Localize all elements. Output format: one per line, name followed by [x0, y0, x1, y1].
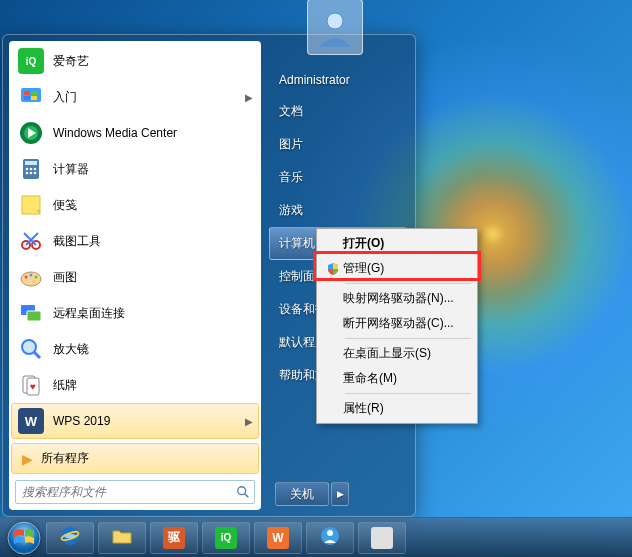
context-menu-separator [345, 338, 471, 339]
context-menu-item[interactable]: 在桌面上显示(S) [319, 341, 475, 366]
magnifier-icon [17, 335, 45, 363]
shield-icon [323, 261, 343, 277]
context-menu-label: 打开(O) [343, 235, 384, 252]
context-menu-label: 映射网络驱动器(N)... [343, 290, 454, 307]
wps-icon: W [267, 527, 289, 549]
svg-point-12 [26, 172, 29, 175]
start-right-item[interactable]: 图片 [269, 128, 407, 161]
program-label: Windows Media Center [53, 126, 177, 140]
svg-rect-1 [24, 91, 30, 95]
program-item-iqiyi[interactable]: iQ 爱奇艺 [11, 43, 259, 79]
taskbar-button-wps[interactable]: W [254, 522, 302, 554]
svg-rect-8 [25, 161, 37, 165]
remote-desktop-icon [17, 299, 45, 327]
sticky-notes-icon [17, 191, 45, 219]
svg-line-33 [245, 494, 249, 498]
program-item-snipping-tool[interactable]: 截图工具 [11, 223, 259, 259]
program-item-remote-desktop[interactable]: 远程桌面连接 [11, 295, 259, 331]
context-menu-label: 断开网络驱动器(C)... [343, 315, 454, 332]
media-center-icon [17, 119, 45, 147]
taskbar-button-iqiyi[interactable]: iQ [202, 522, 250, 554]
context-menu-item[interactable]: 映射网络驱动器(N)... [319, 286, 475, 311]
internet-explorer-icon [59, 525, 81, 550]
start-right-item[interactable]: 音乐 [269, 161, 407, 194]
svg-rect-26 [27, 311, 41, 321]
snipping-tool-icon [17, 227, 45, 255]
svg-point-21 [25, 276, 28, 279]
taskbar-button-file-explorer[interactable] [98, 522, 146, 554]
search-icon [232, 485, 254, 499]
all-programs-label: 所有程序 [41, 450, 89, 467]
chevron-right-icon: ▶ [245, 416, 253, 427]
context-menu-item[interactable]: 重命名(M) [319, 366, 475, 391]
svg-rect-15 [22, 196, 40, 214]
shutdown-button[interactable]: 关机 [275, 482, 329, 506]
svg-point-9 [26, 168, 29, 171]
search-input[interactable] [16, 485, 232, 499]
svg-line-28 [34, 352, 40, 358]
program-item-media-center[interactable]: Windows Media Center [11, 115, 259, 151]
user-avatar[interactable] [307, 0, 363, 55]
calculator-icon [17, 155, 45, 183]
program-label: 计算器 [53, 161, 89, 178]
program-label: 入门 [53, 89, 77, 106]
svg-point-10 [30, 168, 33, 171]
shutdown-row: 关机 ▶ [269, 482, 407, 508]
program-item-magnifier[interactable]: 放大镜 [11, 331, 259, 367]
taskbar-button-internet-explorer[interactable] [46, 522, 94, 554]
context-menu-label: 在桌面上显示(S) [343, 345, 431, 362]
svg-rect-2 [31, 91, 37, 95]
context-menu-item[interactable]: 断开网络驱动器(C)... [319, 311, 475, 336]
disk-app-icon [371, 527, 393, 549]
shutdown-more-button[interactable]: ▶ [331, 482, 349, 506]
svg-point-32 [238, 487, 246, 495]
shutdown-label: 关机 [290, 486, 314, 503]
program-item-solitaire[interactable]: ♥ 纸牌 [11, 367, 259, 403]
taskbar-button-driver-qu[interactable]: 驱 [150, 522, 198, 554]
start-button[interactable] [4, 518, 44, 558]
program-item-calculator[interactable]: 计算器 [11, 151, 259, 187]
program-label: 截图工具 [53, 233, 101, 250]
context-menu-item[interactable]: 管理(G) [319, 256, 475, 281]
iqiyi-icon: iQ [17, 47, 45, 75]
svg-point-22 [30, 274, 33, 277]
context-icon-blank [323, 346, 343, 362]
media-center-flag-icon [17, 83, 45, 111]
taskbar-button-support-app[interactable] [306, 522, 354, 554]
svg-rect-4 [31, 96, 37, 100]
start-right-item[interactable]: 游戏 [269, 194, 407, 227]
support-app-icon [319, 525, 341, 550]
svg-point-27 [22, 340, 36, 354]
context-icon-blank [323, 371, 343, 387]
context-menu-label: 属性(R) [343, 400, 384, 417]
all-programs-button[interactable]: ▶ 所有程序 [11, 443, 259, 474]
svg-point-11 [34, 168, 37, 171]
context-menu-item[interactable]: 打开(O) [319, 231, 475, 256]
file-explorer-icon [111, 525, 133, 550]
driver-qu-icon: 驱 [163, 527, 185, 549]
taskbar-button-disk-app[interactable] [358, 522, 406, 554]
search-box[interactable] [15, 480, 255, 504]
start-left-pane: iQ 爱奇艺 入门 ▶ Windows Media Center 计算器 便笺 … [9, 41, 261, 510]
start-right-item[interactable]: 文档 [269, 95, 407, 128]
program-item-sticky-notes[interactable]: 便笺 [11, 187, 259, 223]
paint-icon [17, 263, 45, 291]
context-icon-blank [323, 401, 343, 417]
program-list: iQ 爱奇艺 入门 ▶ Windows Media Center 计算器 便笺 … [9, 41, 261, 441]
svg-point-23 [35, 276, 38, 279]
program-label: WPS 2019 [53, 414, 110, 428]
context-menu-label: 重命名(M) [343, 370, 397, 387]
iqiyi-icon: iQ [215, 527, 237, 549]
program-item-wps[interactable]: W WPS 2019 ▶ [11, 403, 259, 439]
solitaire-icon: ♥ [17, 371, 45, 399]
context-menu-item[interactable]: 属性(R) [319, 396, 475, 421]
program-label: 画图 [53, 269, 77, 286]
program-item-paint[interactable]: 画图 [11, 259, 259, 295]
svg-point-24 [33, 280, 36, 283]
start-right-item[interactable]: Administrator [269, 65, 407, 95]
context-icon-blank [323, 236, 343, 252]
context-menu-separator [345, 393, 471, 394]
wps-icon: W [17, 407, 45, 435]
program-item-media-center-flag[interactable]: 入门 ▶ [11, 79, 259, 115]
svg-point-34 [327, 13, 343, 29]
